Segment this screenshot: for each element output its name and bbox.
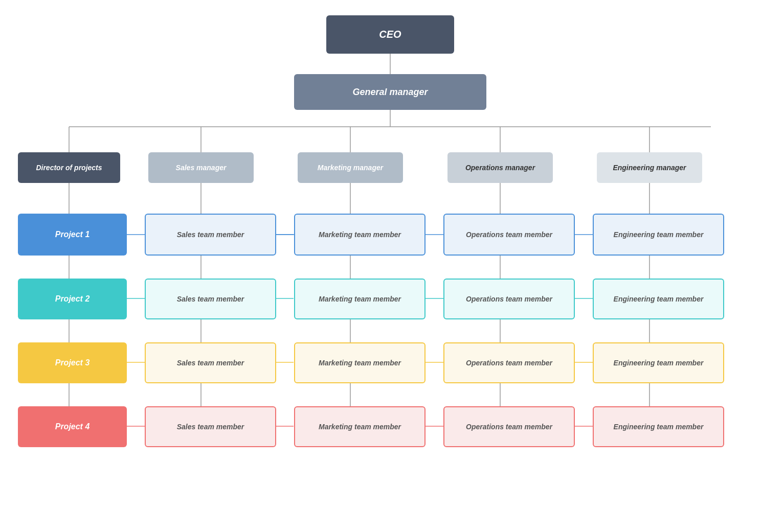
engineering-member-row1: Engineering team member	[593, 214, 724, 256]
operations-member-row1: Operations team member	[443, 214, 575, 256]
operations-member-row4: Operations team member	[443, 406, 575, 447]
engineering-member-row2: Engineering team member	[593, 279, 724, 319]
project3-node[interactable]: Project 3	[18, 342, 127, 383]
engineering-member-row3: Engineering team member	[593, 342, 724, 383]
operations-member-row3: Operations team member	[443, 342, 575, 383]
marketing-member-row4: Marketing team member	[294, 406, 425, 447]
operations-member-row2: Operations team member	[443, 279, 575, 319]
project4-node[interactable]: Project 4	[18, 406, 127, 447]
director-projects-node: Director of projects	[18, 152, 120, 183]
engineering-member-row4: Engineering team member	[593, 406, 724, 447]
marketing-member-row1: Marketing team member	[294, 214, 425, 256]
general-manager-node: General manager	[294, 74, 486, 110]
engineering-manager-node: Engineering manager	[597, 152, 702, 183]
sales-member-row2: Sales team member	[145, 279, 276, 319]
marketing-member-row3: Marketing team member	[294, 342, 425, 383]
sales-manager-node: Sales manager	[148, 152, 254, 183]
sales-member-row4: Sales team member	[145, 406, 276, 447]
project2-node[interactable]: Project 2	[18, 279, 127, 319]
chart-container: CEO General manager Director of projects…	[0, 0, 784, 532]
sales-member-row1: Sales team member	[145, 214, 276, 256]
sales-member-row3: Sales team member	[145, 342, 276, 383]
marketing-manager-node: Marketing manager	[298, 152, 403, 183]
project1-node[interactable]: Project 1	[18, 214, 127, 256]
operations-manager-node: Operations manager	[447, 152, 553, 183]
marketing-member-row2: Marketing team member	[294, 279, 425, 319]
ceo-node: CEO	[326, 15, 454, 54]
